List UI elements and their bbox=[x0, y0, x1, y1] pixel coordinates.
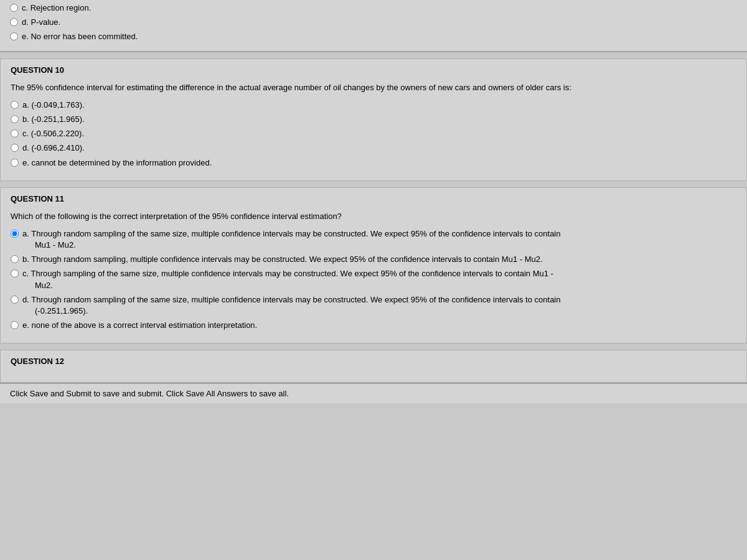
q11-option-d: d. Through random sampling of the same s… bbox=[11, 294, 736, 317]
label-q10b: b. (-0.251,1.965). bbox=[22, 114, 85, 125]
question-10-text: The 95% confidence interval for estimati… bbox=[11, 82, 736, 93]
radio-q10c[interactable] bbox=[11, 129, 19, 138]
label-q10a: a. (-0.049,1.763). bbox=[22, 100, 85, 111]
radio-q11c[interactable] bbox=[11, 269, 19, 278]
question-12-block: QUESTION 12 bbox=[0, 350, 747, 383]
top-section: c. Rejection region. d. P-value. e. No e… bbox=[0, 0, 747, 52]
label-q10e: e. cannot be determined by the informati… bbox=[22, 157, 212, 169]
label-q11c: c. Through sampling of the same size, mu… bbox=[22, 268, 553, 291]
q11-option-e: e. none of the above is a correct interv… bbox=[11, 320, 736, 331]
q10-option-c: c. (-0.506,2.220). bbox=[11, 128, 736, 139]
question-11-text: Which of the following is the correct in… bbox=[11, 211, 736, 222]
radio-q11d[interactable] bbox=[11, 296, 19, 304]
label-top-c: c. Rejection region. bbox=[22, 2, 91, 14]
radio-q11b[interactable] bbox=[11, 255, 19, 263]
radio-q10a[interactable] bbox=[11, 101, 19, 109]
radio-q11a[interactable] bbox=[11, 230, 19, 238]
label-q10d: d. (-0.696,2.410). bbox=[22, 142, 85, 154]
question-11-header: QUESTION 11 bbox=[11, 194, 736, 206]
question-10-block: QUESTION 10 The 95% confidence interval … bbox=[0, 58, 747, 181]
radio-top-e[interactable] bbox=[10, 32, 18, 40]
label-q11d: d. Through random sampling of the same s… bbox=[22, 294, 561, 317]
option-e: e. No error has been committed. bbox=[10, 31, 737, 42]
radio-q10b[interactable] bbox=[11, 115, 19, 123]
q11-option-c: c. Through sampling of the same size, mu… bbox=[11, 268, 736, 291]
label-q11b: b. Through random sampling, multiple con… bbox=[22, 254, 543, 265]
radio-top-d[interactable] bbox=[10, 18, 18, 26]
q10-option-a: a. (-0.049,1.763). bbox=[11, 100, 736, 111]
label-q10c: c. (-0.506,2.220). bbox=[22, 128, 84, 139]
bottom-bar-text: Click Save and Submit to save and submit… bbox=[10, 389, 289, 398]
question-12-header: QUESTION 12 bbox=[11, 357, 736, 368]
radio-q10e[interactable] bbox=[11, 159, 19, 167]
option-c: c. Rejection region. bbox=[10, 2, 737, 14]
question-10-header: QUESTION 10 bbox=[11, 65, 736, 77]
label-top-e: e. No error has been committed. bbox=[22, 31, 138, 42]
q11-option-a: a. Through random sampling of the same s… bbox=[11, 228, 736, 251]
bottom-bar: Click Save and Submit to save and submit… bbox=[0, 383, 747, 403]
q10-option-e: e. cannot be determined by the informati… bbox=[11, 157, 736, 169]
q10-option-b: b. (-0.251,1.965). bbox=[11, 114, 736, 125]
page: c. Rejection region. d. P-value. e. No e… bbox=[0, 0, 747, 560]
question-11-block: QUESTION 11 Which of the following is th… bbox=[0, 187, 747, 344]
label-q11a: a. Through random sampling of the same s… bbox=[22, 228, 561, 251]
label-top-d: d. P-value. bbox=[22, 17, 60, 28]
option-d: d. P-value. bbox=[10, 17, 737, 28]
q11-option-b: b. Through random sampling, multiple con… bbox=[11, 254, 736, 265]
label-q11e: e. none of the above is a correct interv… bbox=[22, 320, 257, 331]
radio-top-c[interactable] bbox=[10, 4, 18, 12]
radio-q10d[interactable] bbox=[11, 144, 19, 152]
q10-option-d: d. (-0.696,2.410). bbox=[11, 142, 736, 154]
radio-q11e[interactable] bbox=[11, 321, 19, 329]
